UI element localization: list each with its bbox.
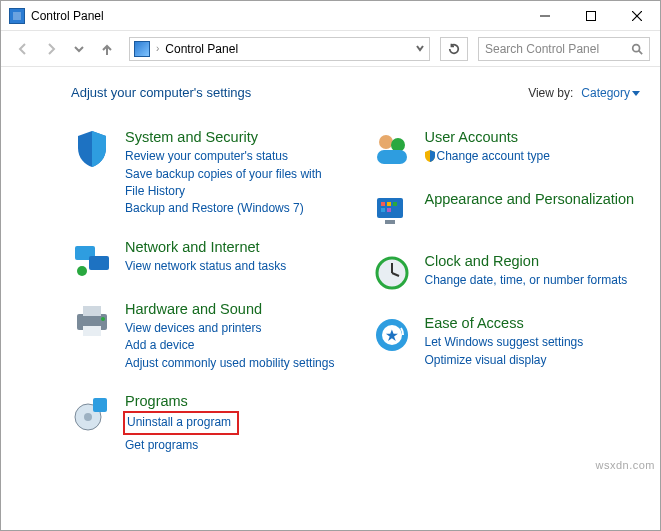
category-link[interactable]: Let Windows suggest settings xyxy=(425,334,641,351)
category-title[interactable]: User Accounts xyxy=(425,128,641,146)
clock-icon xyxy=(371,252,413,294)
svg-point-19 xyxy=(391,138,405,152)
right-column: User Accounts Change account type Appear… xyxy=(371,128,641,474)
category-title[interactable]: Clock and Region xyxy=(425,252,641,270)
svg-rect-27 xyxy=(385,220,395,224)
arrow-right-icon xyxy=(44,42,58,56)
maximize-icon xyxy=(586,11,596,21)
address-bar[interactable]: › Control Panel xyxy=(129,37,430,61)
network-icon xyxy=(71,238,113,280)
category-link[interactable]: Review your computer's status xyxy=(125,148,341,165)
watermark: wsxdn.com xyxy=(595,459,655,471)
minimize-button[interactable] xyxy=(522,1,568,31)
appearance-icon xyxy=(371,190,413,232)
category-title[interactable]: Appearance and Personalization xyxy=(425,190,641,208)
svg-rect-12 xyxy=(83,306,101,316)
svg-rect-1 xyxy=(587,11,596,20)
arrow-up-icon xyxy=(100,42,114,56)
maximize-button[interactable] xyxy=(568,1,614,31)
location-icon xyxy=(134,41,150,57)
svg-point-5 xyxy=(633,44,640,51)
navbar: › Control Panel Search Control Panel xyxy=(1,31,660,67)
search-icon xyxy=(631,43,643,55)
chevron-down-icon xyxy=(72,42,86,56)
back-button[interactable] xyxy=(11,37,35,61)
svg-line-6 xyxy=(639,50,642,53)
forward-button[interactable] xyxy=(39,37,63,61)
content-area: Adjust your computer's settings View by:… xyxy=(1,67,660,494)
search-placeholder: Search Control Panel xyxy=(485,42,599,56)
window-title: Control Panel xyxy=(31,9,104,23)
users-icon xyxy=(371,128,413,170)
refresh-icon xyxy=(448,43,460,55)
svg-rect-13 xyxy=(83,326,101,336)
category-link[interactable]: View network status and tasks xyxy=(125,258,341,275)
category-title[interactable]: Ease of Access xyxy=(425,314,641,332)
highlight-annotation: Uninstall a program xyxy=(123,411,239,434)
category-programs: Programs Uninstall a program Get program… xyxy=(71,392,341,454)
category-link[interactable]: Optimize visual display xyxy=(425,352,641,369)
breadcrumb-separator: › xyxy=(156,43,159,54)
category-link[interactable]: Change account type xyxy=(425,148,641,165)
ease-of-access-icon xyxy=(371,314,413,356)
category-link[interactable]: Change date, time, or number formats xyxy=(425,272,641,289)
printer-icon xyxy=(71,300,113,342)
arrow-left-icon xyxy=(16,42,30,56)
category-title[interactable]: System and Security xyxy=(125,128,341,146)
svg-rect-17 xyxy=(93,398,107,412)
svg-point-14 xyxy=(101,317,105,321)
category-link[interactable]: Save backup copies of your files with Fi… xyxy=(125,166,341,201)
triangle-down-icon xyxy=(632,89,640,97)
category-link[interactable]: Add a device xyxy=(125,337,341,354)
breadcrumb[interactable]: Control Panel xyxy=(165,42,238,56)
category-link[interactable]: View devices and printers xyxy=(125,320,341,337)
category-ease-of-access: Ease of Access Let Windows suggest setti… xyxy=(371,314,641,369)
svg-rect-22 xyxy=(381,202,385,206)
up-button[interactable] xyxy=(95,37,119,61)
category-link[interactable]: Backup and Restore (Windows 7) xyxy=(125,200,341,217)
app-icon xyxy=(9,8,25,24)
category-title[interactable]: Hardware and Sound xyxy=(125,300,341,318)
svg-point-10 xyxy=(77,266,87,276)
search-input[interactable]: Search Control Panel xyxy=(478,37,650,61)
svg-rect-24 xyxy=(393,202,397,206)
category-title[interactable]: Network and Internet xyxy=(125,238,341,256)
close-icon xyxy=(632,11,642,21)
refresh-button[interactable] xyxy=(440,37,468,61)
viewby-value: Category xyxy=(581,86,630,100)
titlebar: Control Panel xyxy=(1,1,660,31)
svg-point-16 xyxy=(84,413,92,421)
close-button[interactable] xyxy=(614,1,660,31)
category-network-internet: Network and Internet View network status… xyxy=(71,238,341,280)
category-user-accounts: User Accounts Change account type xyxy=(371,128,641,170)
svg-marker-7 xyxy=(632,91,640,96)
category-title[interactable]: Programs xyxy=(125,392,341,410)
chevron-down-icon xyxy=(415,43,425,53)
category-clock-region: Clock and Region Change date, time, or n… xyxy=(371,252,641,294)
uac-shield-icon xyxy=(425,150,435,162)
svg-rect-26 xyxy=(387,208,391,212)
left-column: System and Security Review your computer… xyxy=(71,128,341,474)
shield-icon xyxy=(71,128,113,170)
category-hardware-sound: Hardware and Sound View devices and prin… xyxy=(71,300,341,372)
category-link[interactable]: Adjust commonly used mobility settings xyxy=(125,355,341,372)
minimize-icon xyxy=(540,11,550,21)
page-heading: Adjust your computer's settings xyxy=(71,85,251,100)
viewby-label: View by: xyxy=(528,86,573,100)
address-dropdown[interactable] xyxy=(415,42,425,56)
recent-locations-button[interactable] xyxy=(67,37,91,61)
uninstall-program-link[interactable]: Uninstall a program xyxy=(127,415,231,429)
svg-rect-9 xyxy=(89,256,109,270)
viewby-dropdown[interactable]: Category xyxy=(581,86,640,100)
category-system-security: System and Security Review your computer… xyxy=(71,128,341,218)
svg-point-18 xyxy=(379,135,393,149)
svg-rect-23 xyxy=(387,202,391,206)
category-appearance: Appearance and Personalization xyxy=(371,190,641,232)
svg-rect-25 xyxy=(381,208,385,212)
category-link[interactable]: Get programs xyxy=(125,437,341,454)
programs-icon xyxy=(71,392,113,434)
svg-rect-20 xyxy=(377,150,407,164)
